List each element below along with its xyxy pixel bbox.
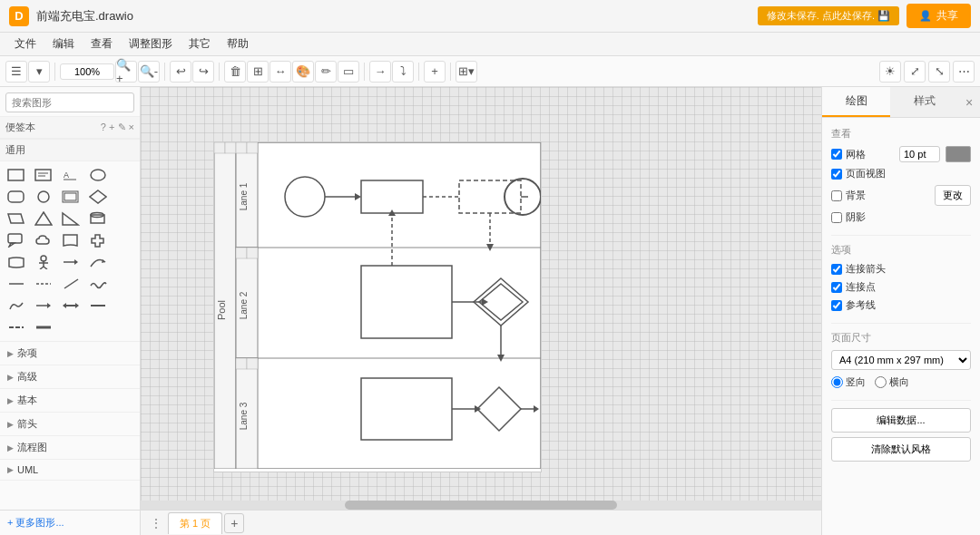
shape-arrow-connector[interactable] [31,296,56,316]
table-btn[interactable]: ⊞▾ [456,61,477,83]
fill-btn[interactable]: 🎨 [292,61,314,83]
shape-line-style-1[interactable] [85,296,111,316]
shape-callout[interactable] [4,230,29,250]
panel-close-btn[interactable]: × [958,87,980,117]
menu-other[interactable]: 其它 [181,34,218,54]
waypoint-btn[interactable]: ⤵ [392,61,414,83]
conn-points-checkbox-label[interactable]: 连接点 [831,280,876,294]
landscape-radio[interactable] [875,376,887,388]
pageview-checkbox[interactable] [831,169,842,180]
pageview-checkbox-label[interactable]: 页面视图 [831,167,886,180]
section-header-advanced[interactable]: ▶ 高级 [0,365,140,388]
menu-arrange[interactable]: 调整图形 [122,34,180,54]
shape-double-rect[interactable] [58,187,83,207]
section-header-sticky[interactable]: 便签本 ? + ✎ × [0,117,140,139]
format-btn-2[interactable]: ↔ [270,61,291,83]
shape-diamond[interactable] [85,187,111,207]
shape-double-arrow[interactable] [58,296,83,316]
collapse-icon[interactable]: ⤡ [928,61,950,83]
background-checkbox-label[interactable]: 背景 [831,189,866,202]
edit-data-btn[interactable]: 编辑数据... [831,408,971,433]
shape-rounded-rect[interactable] [4,187,29,207]
shape-doc[interactable] [58,230,83,250]
shape-cloud[interactable] [31,230,56,250]
shape-right-triangle[interactable] [58,209,83,229]
shape-freehand[interactable] [4,296,29,316]
share-button[interactable]: 共享 [906,4,971,28]
shape-rect-text[interactable] [31,165,56,185]
more-shapes-link[interactable]: + 更多图形... [7,517,64,528]
zoom-level[interactable]: 100% [60,63,114,80]
shape-person[interactable] [31,252,56,272]
format-btn-1[interactable]: ⊞ [247,61,269,83]
h-scrollbar[interactable] [141,501,821,510]
change-btn[interactable]: 更改 [935,185,971,206]
section-header-arrow[interactable]: ▶ 箭头 [0,413,140,435]
shape-line[interactable] [4,274,29,294]
canvas-area[interactable]: Pool Lane 1 Lane 2 Lane 3 [141,87,821,535]
sidebar-toggle-arrow[interactable]: ▾ [28,61,50,83]
shape-rect[interactable] [4,165,29,185]
background-checkbox[interactable] [831,190,842,201]
shape-cylinder[interactable] [85,209,111,229]
shape-tape[interactable] [4,252,29,272]
page-more-btn[interactable]: ⋮ [146,513,166,533]
connectors-checkbox-label[interactable]: 连接箭头 [831,262,886,276]
portrait-radio-label[interactable]: 竖向 [831,375,866,389]
section-header-basic[interactable]: ▶ 基本 [0,389,140,412]
undo-btn[interactable]: ↩ [170,61,191,83]
shape-line-style-2[interactable] [4,317,29,337]
conn-points-checkbox[interactable] [831,282,842,293]
section-header-misc[interactable]: ▶ 杂项 [0,342,140,365]
shape-curved-connector[interactable] [85,252,111,272]
menu-file[interactable]: 文件 [7,34,44,54]
shape-diag-line[interactable] [58,274,83,294]
shape-line-style-3[interactable] [31,317,56,337]
menu-view[interactable]: 查看 [83,34,120,54]
page-add-btn[interactable]: + [224,513,244,533]
shape-circle[interactable] [31,187,56,207]
page-tab-1[interactable]: 第 1 页 [168,512,222,534]
shadow-checkbox[interactable] [831,212,842,223]
shape-parallelogram[interactable] [4,209,29,229]
sidebar-toggle-btn[interactable]: ☰ [5,61,27,83]
grid-checkbox[interactable] [831,149,842,160]
shape-ellipse[interactable] [85,165,111,185]
portrait-radio[interactable] [831,376,843,388]
tab-style[interactable]: 样式 [890,87,958,117]
rect-btn[interactable]: ▭ [338,61,359,83]
expand-icon[interactable]: ⤢ [904,61,926,83]
diagram-svg[interactable]: Pool Lane 1 Lane 2 Lane 3 [214,142,541,469]
guides-checkbox[interactable] [831,300,842,311]
section-header-general[interactable]: 通用 [0,140,140,161]
grid-size-input[interactable] [899,146,940,162]
connectors-checkbox[interactable] [831,264,842,275]
more-icon[interactable]: ⋯ [953,61,975,83]
menu-help[interactable]: 帮助 [220,34,256,54]
grid-checkbox-label[interactable]: 网格 [831,148,866,161]
clear-style-btn[interactable]: 清除默认风格 [831,437,971,462]
menu-edit[interactable]: 编辑 [45,34,82,54]
landscape-radio-label[interactable]: 横向 [875,375,909,389]
page-size-select[interactable]: A4 (210 mm x 297 mm) [831,350,971,370]
unsaved-banner[interactable]: 修改未保存. 点此处保存. 💾 [758,6,899,25]
section-header-flowchart[interactable]: ▶ 流程图 [0,436,140,459]
search-input[interactable] [5,92,134,112]
shape-dotted-line[interactable] [31,274,56,294]
shape-wave[interactable] [85,274,111,294]
shape-connector[interactable] [58,252,83,272]
shape-text[interactable]: A [58,165,83,185]
tab-draw[interactable]: 绘图 [822,87,890,117]
grid-color-box[interactable] [946,146,971,162]
guides-checkbox-label[interactable]: 参考线 [831,298,876,312]
section-header-uml[interactable]: ▶ UML [0,460,140,480]
zoom-in-btn[interactable]: 🔍+ [115,61,137,83]
h-scrollbar-thumb[interactable] [345,501,617,510]
redo-btn[interactable]: ↪ [192,61,214,83]
zoom-out-btn[interactable]: 🔍- [138,61,160,83]
plus-btn[interactable]: + [424,61,446,83]
shadow-checkbox-label[interactable]: 阴影 [831,210,866,224]
delete-btn[interactable]: 🗑 [224,61,246,83]
shape-triangle[interactable] [31,209,56,229]
stroke-btn[interactable]: ✏ [315,61,337,83]
